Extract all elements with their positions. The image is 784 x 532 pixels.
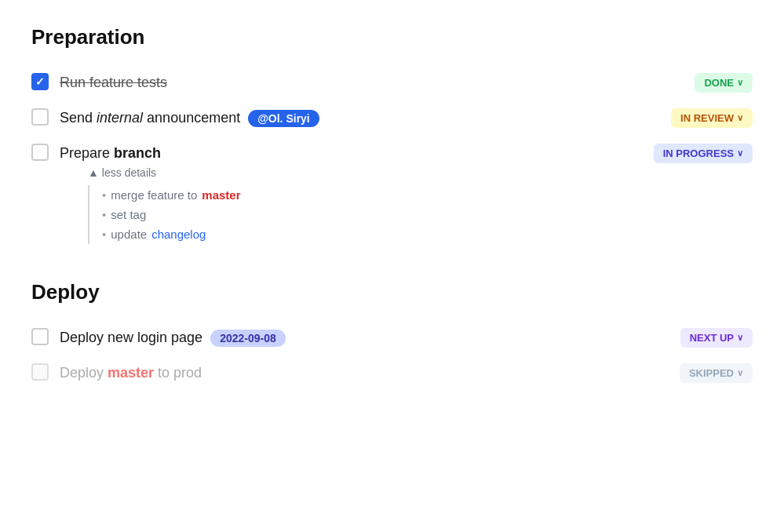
status-label-task-5: SKIPPED [689,367,734,379]
task-text-normal: Prepare [60,145,114,161]
task-left-task-1: Run feature tests [60,75,685,91]
task-item-task-2: Send internal announcement @Ol. Siryi IN… [31,100,753,136]
status-badge-task-2[interactable]: IN REVIEW ∨ [671,108,753,128]
task-list-preparation: ✓ Run feature tests DONE ∨ [31,65,753,252]
task-text-normal: update [111,228,147,241]
task-text-normal: announcement [143,110,240,126]
task-main-task-4: Deploy new login page 2022-09-08 NEXT UP… [60,328,753,348]
task-main-task-2: Send internal announcement @Ol. Siryi IN… [60,108,753,128]
task-label-task-1: Run feature tests [60,75,167,91]
status-label-task-2: IN REVIEW [680,112,734,124]
task-left-task-5: Deploy master to prod [60,365,670,381]
task-item-task-1: ✓ Run feature tests DONE ∨ [31,65,753,100]
chevron-down-icon: ∨ [737,333,743,343]
status-label-task-4: NEXT UP [690,332,734,344]
task-item-task-4: Deploy new login page 2022-09-08 NEXT UP… [31,320,753,355]
task-main-task-3: Prepare branch IN PROGRESS ∨ [60,144,753,163]
task-text-code: master [202,188,240,202]
assignee-badge: @Ol. Siryi [248,110,319,127]
status-badge-task-1[interactable]: DONE ∨ [695,73,753,93]
toggle-icon: ▲ [88,166,99,179]
task-text-normal: set tag [111,208,146,221]
section-title-preparation: Preparation [31,25,753,49]
checkbox-task-3[interactable] [31,144,49,161]
date-badge: 2022-09-08 [210,330,286,347]
task-wrapper-task-1: Run feature tests DONE ∨ [60,73,753,93]
task-wrapper-task-5: Deploy master to prod SKIPPED ∨ [60,363,753,383]
chevron-down-icon: ∨ [737,78,743,88]
detail-item: set tag [102,205,753,224]
task-label-task-4: Deploy new login page [60,330,202,346]
status-label-task-1: DONE [704,77,734,89]
task-text-normal: merge feature to [111,188,197,202]
task-wrapper-task-4: Deploy new login page 2022-09-08 NEXT UP… [60,328,753,348]
toggle-label: less details [102,166,156,179]
task-text-muted-master: master [108,365,154,381]
chevron-down-icon: ∨ [737,113,743,123]
task-list-deploy: Deploy new login page 2022-09-08 NEXT UP… [31,320,753,391]
checkmark-icon: ✓ [35,75,45,88]
checkbox-task-5[interactable] [31,363,49,381]
task-left-task-4: Deploy new login page 2022-09-08 [60,330,671,347]
checkbox-task-2[interactable] [31,108,49,126]
page-container: Preparation ✓ Run feature tests DONE ∨ [31,25,753,391]
task-text-muted: Deploy [60,365,108,381]
task-main-task-1: Run feature tests DONE ∨ [60,73,753,93]
checkbox-task-4[interactable] [31,328,49,345]
task-text-normal: Send [60,110,97,126]
task-text: Run feature tests [60,75,167,90]
details-list: merge feature to masterset tagupdate cha… [88,185,753,244]
detail-item: update changelog [102,224,753,244]
task-text-normal: Deploy new login page [60,330,202,345]
task-left-task-3: Prepare branch [60,145,644,162]
task-item-task-5: Deploy master to prod SKIPPED ∨ [31,355,753,391]
task-text-italic: internal [97,110,143,126]
status-badge-task-5[interactable]: SKIPPED ∨ [680,363,753,383]
chevron-down-icon: ∨ [737,148,743,159]
task-label-task-2: Send internal announcement [60,110,240,126]
section-preparation: Preparation ✓ Run feature tests DONE ∨ [31,25,753,252]
task-item-task-3: Prepare branch IN PROGRESS ∨ ▲ less deta… [31,136,753,252]
task-label-task-3: Prepare branch [60,145,161,162]
section-deploy: Deploy Deploy new login page 2022-09-08 … [31,280,753,391]
status-badge-task-4[interactable]: NEXT UP ∨ [680,328,753,348]
task-text-muted: to prod [154,365,202,381]
task-wrapper-task-3: Prepare branch IN PROGRESS ∨ ▲ less deta… [60,144,753,244]
detail-item: merge feature to master [102,185,753,205]
chevron-down-icon: ∨ [737,368,743,378]
status-badge-task-3[interactable]: IN PROGRESS ∨ [654,144,753,163]
section-title-deploy: Deploy [31,280,753,304]
details-toggle[interactable]: ▲ less details [88,166,753,179]
details-section: ▲ less details merge feature to masterse… [88,166,753,244]
checkbox-task-1[interactable]: ✓ [31,73,49,90]
status-label-task-3: IN PROGRESS [663,148,734,159]
task-left-task-2: Send internal announcement @Ol. Siryi [60,110,662,127]
task-text-bold: branch [114,145,161,161]
task-main-task-5: Deploy master to prod SKIPPED ∨ [60,363,753,383]
task-wrapper-task-2: Send internal announcement @Ol. Siryi IN… [60,108,753,128]
task-label-task-5: Deploy master to prod [60,365,202,381]
task-text-link[interactable]: changelog [151,228,206,241]
